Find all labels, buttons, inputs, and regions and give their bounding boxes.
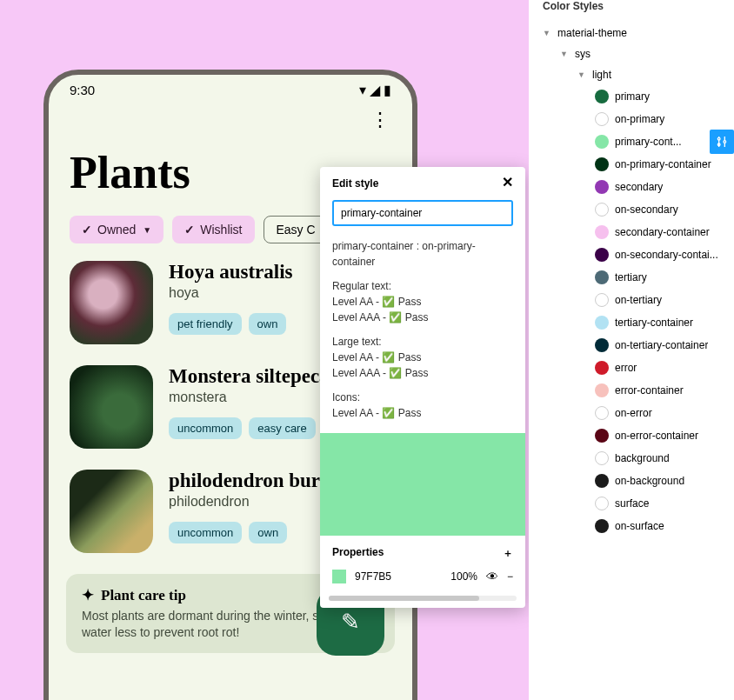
color-swatch-icon (595, 519, 609, 533)
design-canvas[interactable]: 9:30 ▾ ◢ ▮ ⋮ Plants ✓ Owned ▼ ✓ Wishlist… (0, 0, 529, 700)
chevron-down-icon: ▼ (577, 70, 586, 79)
status-time: 9:30 (70, 83, 95, 97)
battery-icon: ▮ (384, 82, 391, 98)
color-style-row[interactable]: error-container (539, 379, 724, 402)
chip-easy[interactable]: Easy C (264, 216, 329, 243)
tree-group[interactable]: ▼ light (539, 64, 724, 85)
color-style-label: on-primary (615, 113, 664, 125)
color-styles-panel: Color Styles ▼ material-theme ▼ sys ▼ li… (529, 0, 734, 700)
color-style-row[interactable]: primary (539, 85, 724, 108)
chip-owned[interactable]: ✓ Owned ▼ (70, 216, 163, 243)
color-style-label: error (615, 362, 637, 374)
color-style-label: on-surface (615, 520, 664, 532)
remove-icon[interactable]: − (507, 570, 513, 583)
chip-label: Wishlist (200, 223, 242, 237)
color-style-row[interactable]: on-primary (539, 108, 724, 130)
color-style-row[interactable]: primary-cont... (539, 130, 724, 153)
svg-point-0 (717, 137, 720, 140)
plant-name: Hoya australis (169, 261, 292, 283)
color-swatch-icon (595, 293, 609, 307)
check-icon: ✓ (184, 223, 195, 237)
color-style-label: on-tertiary-container (615, 339, 708, 351)
color-style-row[interactable]: secondary (539, 176, 724, 198)
color-style-label: primary (615, 90, 650, 103)
color-style-label: error-container (615, 384, 684, 397)
scroll-thumb[interactable] (329, 596, 479, 601)
color-preview[interactable] (320, 433, 525, 536)
contrast-description: primary-container : on-primary-container… (320, 238, 525, 433)
color-swatch-icon (595, 361, 609, 375)
color-swatch-icon (595, 248, 609, 262)
color-style-label: on-background (615, 475, 684, 487)
check-icon: ✓ (82, 223, 92, 237)
color-swatch-icon (595, 497, 609, 510)
status-icons: ▾ ◢ ▮ (359, 82, 391, 98)
color-style-label: on-secondary (615, 203, 678, 216)
overflow-menu-icon[interactable]: ⋮ (49, 98, 412, 131)
chip-wishlist[interactable]: ✓ Wishlist (172, 216, 254, 243)
color-style-row[interactable]: on-tertiary-container (539, 334, 724, 357)
color-swatch-icon (595, 135, 609, 149)
scroll-track[interactable] (329, 596, 517, 601)
color-pair-label: primary-container : on-primary-container (332, 238, 513, 270)
add-property-icon[interactable]: ＋ (503, 546, 513, 561)
color-style-row[interactable]: tertiary-container (539, 311, 724, 334)
wifi-icon: ▾ (359, 82, 366, 98)
sparkle-icon: ✦ (82, 586, 94, 604)
plant-tag: own (249, 522, 287, 543)
close-icon[interactable]: ✕ (502, 177, 513, 190)
color-style-row[interactable]: on-error (539, 402, 724, 424)
color-style-label: secondary (615, 181, 663, 193)
tree-group[interactable]: ▼ material-theme (539, 23, 724, 43)
chip-label: Easy C (277, 223, 316, 237)
color-style-label: on-error-container (615, 430, 698, 442)
chevron-down-icon: ▼ (560, 50, 569, 58)
color-style-label: tertiary (615, 271, 647, 283)
chip-label: Owned (97, 223, 136, 237)
color-swatch-icon (595, 225, 609, 239)
pencil-icon: ✎ (341, 609, 360, 636)
color-style-label: tertiary-container (615, 317, 693, 329)
color-style-row[interactable]: background (539, 447, 724, 470)
color-style-row[interactable]: on-tertiary (539, 289, 724, 311)
color-style-label: on-tertiary (615, 294, 662, 306)
edit-style-icon[interactable] (710, 130, 734, 154)
color-style-row[interactable]: on-secondary (539, 198, 724, 221)
color-style-label: primary-cont... (615, 136, 682, 148)
color-style-row[interactable]: on-error-container (539, 424, 724, 447)
color-style-row[interactable]: tertiary (539, 266, 724, 289)
color-swatch-icon (595, 180, 609, 194)
color-swatch-icon[interactable] (332, 570, 346, 583)
visibility-icon[interactable]: 👁 (486, 570, 498, 583)
edit-style-popup: Edit style ✕ primary-container : on-prim… (320, 167, 525, 608)
tree-group[interactable]: ▼ sys (539, 43, 724, 64)
color-style-row[interactable]: error (539, 357, 724, 379)
color-style-row[interactable]: on-background (539, 470, 724, 492)
color-style-label: background (615, 452, 670, 464)
color-swatch-icon (595, 429, 609, 443)
opacity-value[interactable]: 100% (450, 570, 477, 583)
color-style-row[interactable]: secondary-container (539, 221, 724, 243)
color-swatch-icon (595, 451, 609, 465)
plant-tag: uncommon (169, 417, 242, 439)
color-style-row[interactable]: on-secondary-contai... (539, 243, 724, 266)
color-style-label: on-error (615, 407, 652, 419)
popup-title: Edit style (332, 177, 378, 190)
color-style-row[interactable]: on-surface (539, 515, 724, 537)
caret-down-icon: ▼ (143, 225, 151, 235)
color-style-label: surface (615, 497, 649, 510)
plant-name: Monstera siltepeca (169, 365, 330, 388)
color-style-label: on-secondary-contai... (615, 249, 718, 261)
chevron-down-icon: ▼ (543, 29, 551, 37)
plant-tag: pet friendly (169, 313, 242, 335)
hex-value[interactable]: 97F7B5 (355, 570, 391, 583)
color-swatch-icon (595, 90, 609, 103)
color-style-row[interactable]: on-primary-container (539, 153, 724, 176)
color-style-row[interactable]: surface (539, 492, 724, 515)
plant-image (70, 261, 153, 344)
plant-subtitle: monstera (169, 390, 330, 405)
color-swatch-icon (595, 157, 609, 171)
color-swatch-icon (595, 474, 609, 488)
style-name-input[interactable] (332, 200, 513, 226)
color-swatch-icon (595, 406, 609, 420)
